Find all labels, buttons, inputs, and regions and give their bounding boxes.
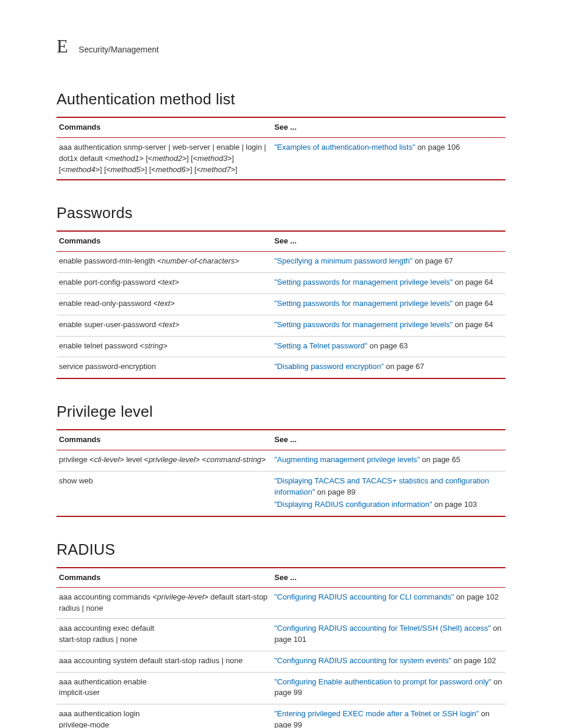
column-header-see: See ... [272, 231, 505, 251]
command-text-fragment: enable super-user-password < [59, 320, 163, 329]
reference-link[interactable]: "Specifying a minimum password length" [275, 256, 413, 265]
command-text-fragment: enable password-min-length < [59, 256, 162, 265]
reference-suffix: on page 65 [420, 455, 461, 464]
command-cell: enable telnet password <string> [57, 336, 272, 357]
command-cell: enable super-user-password <text> [57, 315, 272, 336]
table-row: show web"Displaying TACACS and TACACS+ s… [57, 471, 505, 516]
command-text-fragment: string [144, 341, 163, 350]
reference-suffix: on page 64 [452, 320, 493, 329]
see-cell: "Setting passwords for management privil… [272, 294, 505, 315]
column-header-commands: Commands [57, 430, 272, 450]
section: PasswordsCommandsSee ...enable password-… [57, 204, 505, 379]
reference-suffix: on page 67 [384, 362, 424, 371]
reference-link[interactable]: "Configuring Enable authentication to pr… [275, 677, 491, 686]
command-text-fragment: implicit-user [59, 688, 100, 697]
command-text-fragment: >] [< [95, 165, 111, 174]
page-header: E Security/Management [57, 35, 505, 57]
table-row: enable super-user-password <text>"Settin… [57, 315, 505, 336]
command-text-fragment: > [235, 256, 240, 265]
table-row: aaa accounting exec defaultstart-stop ra… [57, 619, 505, 651]
command-text-fragment: privilege < [59, 455, 94, 464]
command-cell: aaa accounting exec defaultstart-stop ra… [57, 619, 272, 651]
section-title: RADIUS [57, 541, 505, 559]
see-cell: "Configuring RADIUS accounting for Telne… [272, 619, 505, 651]
command-text-fragment: start-stop radius | none [59, 635, 137, 644]
reference-link[interactable]: "Entering privileged EXEC mode after a T… [275, 709, 479, 718]
table-row: aaa accounting system default start-stop… [57, 651, 505, 672]
command-cell: enable password-min-length <number-of-ch… [57, 252, 272, 273]
reference-link[interactable]: "Configuring RADIUS accounting for CLI c… [275, 592, 454, 601]
command-text-fragment: method7 [201, 165, 231, 174]
reference-suffix: on page 102 [454, 592, 499, 601]
reference-suffix: on page 64 [452, 278, 493, 286]
command-text-fragment: enable telnet password < [59, 341, 144, 350]
command-text-fragment: aaa accounting system default start-stop… [59, 656, 243, 665]
column-header-see: See ... [272, 430, 505, 450]
table-row: aaa accounting commands <privilege-level… [57, 588, 505, 619]
command-text-fragment: method2 [153, 154, 183, 163]
reference-suffix: on page 89 [315, 487, 356, 496]
command-text-fragment: >] [231, 165, 237, 174]
command-text-fragment: method3 [197, 154, 227, 163]
reference-link[interactable]: "Configuring RADIUS accounting for syste… [275, 656, 451, 665]
reference-link[interactable]: "Setting a Telnet password" [275, 341, 368, 350]
see-reference: "Setting passwords for management privil… [275, 298, 503, 309]
see-cell: "Displaying TACACS and TACACS+ statistic… [272, 471, 505, 516]
see-reference: "Setting a Telnet password" on page 63 [275, 341, 503, 352]
reference-link[interactable]: "Displaying RADIUS configuration informa… [275, 500, 432, 509]
see-reference: "Disabling password encryption" on page … [275, 361, 503, 373]
column-header-commands: Commands [57, 568, 272, 588]
command-cell: show web [57, 471, 272, 516]
command-text-fragment: aaa accounting commands < [59, 592, 157, 601]
section-title: Passwords [57, 204, 505, 222]
command-text-fragment: cli-level [94, 455, 120, 464]
reference-suffix: on page 106 [415, 143, 460, 151]
command-text-fragment: >] [< [140, 165, 156, 174]
reference-link[interactable]: "Setting passwords for management privil… [275, 278, 453, 286]
commands-table: CommandsSee ...enable password-min-lengt… [57, 230, 505, 379]
table-row: aaa authentication enableimplicit-user"C… [57, 672, 505, 704]
see-cell: "Examples of authentication-method lists… [272, 137, 505, 180]
command-cell: enable port-config-password <text> [57, 273, 272, 294]
commands-table: CommandsSee ...privilege <cli-level> lev… [57, 429, 505, 516]
section: Authentication method listCommandsSee ..… [57, 90, 505, 180]
reference-suffix: on page 67 [412, 256, 453, 265]
see-cell: "Setting passwords for management privil… [272, 315, 505, 336]
see-reference: "Configuring Enable authentication to pr… [275, 677, 503, 699]
see-reference: "Specifying a minimum password length" o… [275, 256, 503, 267]
see-reference: "Entering privileged EXEC mode after a T… [275, 709, 503, 728]
reference-link[interactable]: "Augmenting management privilege levels" [275, 455, 420, 464]
reference-link[interactable]: "Examples of authentication-method lists… [275, 143, 415, 151]
table-row: aaa authentication snmp-server | web-ser… [57, 137, 505, 180]
reference-link[interactable]: "Setting passwords for management privil… [275, 299, 453, 308]
command-cell: enable read-only-password <text> [57, 294, 272, 315]
reference-link[interactable]: "Disabling password encryption" [275, 362, 384, 371]
command-text-fragment: > [175, 320, 180, 329]
see-cell: "Specifying a minimum password length" o… [272, 252, 505, 273]
command-text-fragment: command-string [206, 455, 261, 464]
reference-suffix: on page 102 [451, 656, 496, 665]
command-text-fragment: method1 [110, 154, 140, 163]
see-cell: "Configuring RADIUS accounting for syste… [272, 651, 505, 672]
reference-link[interactable]: "Displaying TACACS and TACACS+ statistic… [275, 476, 490, 496]
see-reference: "Configuring RADIUS accounting for syste… [275, 655, 503, 667]
reference-link[interactable]: "Setting passwords for management privil… [275, 320, 453, 329]
table-row: service password-encryption"Disabling pa… [57, 357, 505, 378]
reference-link[interactable]: "Configuring RADIUS accounting for Telne… [275, 624, 491, 633]
table-row: enable port-config-password <text>"Setti… [57, 273, 505, 294]
column-header-commands: Commands [57, 231, 272, 251]
command-cell: privilege <cli-level> level <privilege-l… [57, 450, 272, 472]
see-reference: "Configuring RADIUS accounting for CLI c… [275, 592, 503, 603]
command-text-fragment: show web [59, 476, 93, 485]
command-text-fragment: > [262, 455, 266, 464]
command-cell: service password-encryption [57, 357, 272, 378]
command-text-fragment: text [158, 299, 170, 308]
see-reference: "Augmenting management privilege levels"… [275, 454, 503, 466]
command-text-fragment: > [170, 299, 175, 308]
column-header-see: See ... [272, 117, 505, 137]
table-row: enable telnet password <string>"Setting … [57, 336, 505, 357]
command-text-fragment: number-of-characters [162, 256, 235, 265]
command-cell: aaa accounting system default start-stop… [57, 651, 272, 672]
command-cell: aaa accounting commands <privilege-level… [57, 588, 272, 619]
command-text-fragment: >] [< [182, 154, 197, 163]
